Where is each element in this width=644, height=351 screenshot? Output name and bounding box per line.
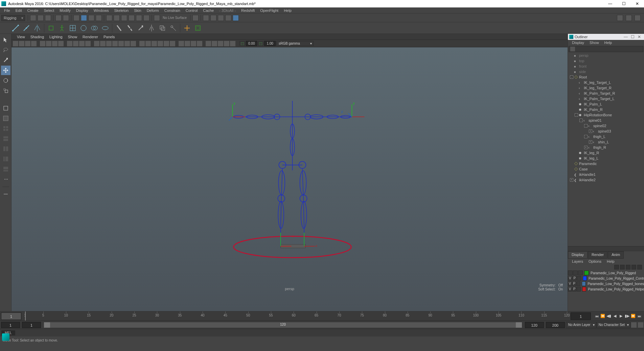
- tree-item[interactable]: +spine03: [568, 128, 644, 134]
- vp-icon[interactable]: [100, 41, 106, 46]
- open-scene-icon[interactable]: [38, 15, 44, 21]
- menu-windows[interactable]: Windows: [91, 8, 112, 13]
- shelf-icon-constraint-orient[interactable]: [193, 23, 203, 33]
- current-frame-field[interactable]: 1: [571, 312, 591, 320]
- vp-icon[interactable]: [145, 41, 151, 46]
- colorspace-dropdown[interactable]: sRGB gamma: [276, 41, 314, 46]
- maya-logo-icon[interactable]: [2, 333, 9, 341]
- vp-icon[interactable]: [25, 41, 30, 46]
- select-hierarchy-icon[interactable]: [73, 15, 79, 21]
- vp-icon[interactable]: [19, 41, 24, 46]
- expand-toggle[interactable]: -: [584, 124, 588, 127]
- play-back-button[interactable]: ◀: [612, 313, 618, 319]
- layer-playback-cell[interactable]: P: [573, 276, 577, 281]
- vp-icon[interactable]: [58, 41, 64, 46]
- vp-icon[interactable]: [185, 41, 190, 46]
- select-tool[interactable]: [1, 35, 10, 45]
- outliner-menu-display[interactable]: Display: [569, 41, 587, 45]
- menu-skeleton[interactable]: Skeleton: [111, 8, 131, 13]
- outliner-h-scrollbar[interactable]: [568, 246, 644, 251]
- paint-select-tool[interactable]: [1, 55, 10, 65]
- vp-icon[interactable]: [52, 41, 58, 46]
- layer-menu-help[interactable]: Help: [604, 259, 617, 263]
- expand-toggle[interactable]: -: [570, 75, 573, 79]
- tree-item[interactable]: IK_leg_Target_R: [568, 85, 644, 91]
- layer-visibility-cell[interactable]: V: [568, 276, 572, 281]
- vp-icon[interactable]: [131, 41, 136, 46]
- vp-menu-lighting[interactable]: Lighting: [47, 35, 65, 39]
- vp-icon[interactable]: [94, 41, 99, 46]
- expand-toggle[interactable]: -: [579, 119, 583, 122]
- tree-item[interactable]: IK_Palm_Target_R: [568, 91, 644, 96]
- render-view-icon[interactable]: [233, 15, 239, 21]
- layer-tab-display[interactable]: Display: [568, 251, 588, 259]
- menu-create[interactable]: Create: [25, 8, 41, 13]
- vp-icon[interactable]: [230, 41, 235, 46]
- vp-icon[interactable]: [152, 41, 157, 46]
- tree-item[interactable]: -Root: [568, 74, 644, 80]
- layout-two-v[interactable]: [1, 144, 10, 154]
- shelf-icon-constraint-point[interactable]: [182, 23, 192, 33]
- layer-color-chip[interactable]: [583, 276, 587, 281]
- move-tool[interactable]: [1, 66, 10, 75]
- snap-toggle-icon[interactable]: [143, 15, 150, 21]
- layout-more[interactable]: ⋯: [1, 174, 10, 184]
- menu-3dtoall[interactable]: - 3DtoAll -: [216, 8, 238, 13]
- menu-edit[interactable]: Edit: [13, 8, 25, 13]
- vp-menu-renderer[interactable]: Renderer: [80, 35, 101, 39]
- layer-icon-2[interactable]: [620, 265, 625, 270]
- shelf-icon-paint-weights[interactable]: [136, 23, 145, 33]
- new-scene-icon[interactable]: [30, 15, 36, 21]
- outliner-titlebar[interactable]: Outliner — ☐ ✕: [568, 34, 644, 40]
- layer-color-chip[interactable]: [582, 287, 586, 291]
- shelf-icon-joint[interactable]: [11, 23, 20, 33]
- tree-item[interactable]: IK_Palm_Target_L: [568, 96, 644, 101]
- goto-start-button[interactable]: ⏮: [594, 313, 599, 319]
- layer-icon-4[interactable]: [631, 265, 636, 270]
- vp-icon[interactable]: [206, 41, 211, 46]
- panel-layout-icon-2[interactable]: [626, 15, 632, 21]
- layer-visibility-cell[interactable]: [568, 271, 573, 275]
- redo-icon[interactable]: [63, 15, 69, 21]
- outliner-menu-help[interactable]: Help: [602, 41, 615, 45]
- vp-icon[interactable]: [212, 41, 217, 46]
- tree-item[interactable]: +ikHandle2: [568, 177, 644, 183]
- vp-menu-panels[interactable]: Panels: [101, 35, 118, 39]
- history-toggle-icon[interactable]: [192, 15, 199, 21]
- step-back-key-button[interactable]: ⏪: [600, 313, 605, 319]
- viewport-3d[interactable]: y y z x x y x z: [12, 47, 568, 311]
- tree-item[interactable]: top: [568, 58, 644, 64]
- menu-openflight[interactable]: OpenFlight: [257, 8, 281, 13]
- menu-skin[interactable]: Skin: [131, 8, 144, 13]
- menu-constrain[interactable]: Constrain: [162, 8, 183, 13]
- menu-deform[interactable]: Deform: [144, 8, 162, 13]
- live-surface-icon[interactable]: [154, 15, 160, 21]
- vp-icon[interactable]: [158, 41, 163, 46]
- layer-tab-anim[interactable]: Anim: [608, 251, 624, 259]
- shelf-icon-bind-skin[interactable]: [114, 23, 124, 33]
- tree-item[interactable]: IK_leg_Target_L: [568, 80, 644, 85]
- vp-icon[interactable]: [164, 41, 169, 46]
- layout-single[interactable]: [1, 114, 10, 123]
- anim-layer-dropdown[interactable]: No Anim Layer: [566, 322, 596, 328]
- layer-visibility-cell[interactable]: V: [568, 287, 572, 291]
- layer-menu-options[interactable]: Options: [586, 259, 604, 263]
- vp-icon[interactable]: [139, 41, 145, 46]
- tree-item[interactable]: IK_leg_L: [568, 156, 644, 161]
- rotate-tool[interactable]: [1, 76, 10, 85]
- vp-icon[interactable]: [118, 41, 124, 46]
- gamma-field[interactable]: 1.00: [264, 41, 275, 46]
- layer-tab-render[interactable]: Render: [588, 251, 607, 259]
- vp-icon[interactable]: [124, 41, 130, 46]
- snap-point-icon[interactable]: [121, 15, 127, 21]
- shelf-icon-human-ik[interactable]: [57, 23, 67, 33]
- vp-icon[interactable]: [191, 41, 196, 46]
- collapse-toolbox[interactable]: [1, 189, 10, 199]
- lasso-tool[interactable]: [1, 45, 10, 55]
- layer-color-chip[interactable]: [584, 271, 589, 275]
- vp-icon[interactable]: [13, 41, 18, 46]
- range-end-field[interactable]: 200: [546, 322, 565, 328]
- vp-icon[interactable]: [85, 41, 91, 46]
- tree-item[interactable]: -HipRotationBone: [568, 112, 644, 118]
- shelf-icon-ik-handle[interactable]: [46, 23, 56, 33]
